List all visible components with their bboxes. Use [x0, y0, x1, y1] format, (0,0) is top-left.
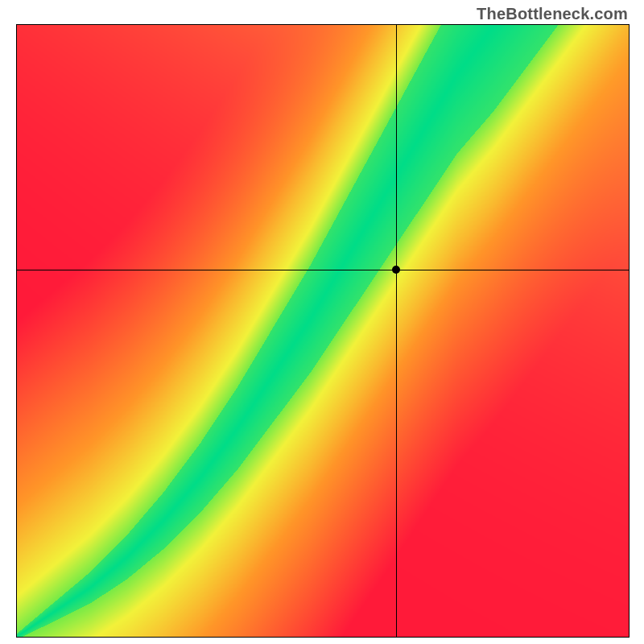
chart-container: TheBottleneck.com: [0, 0, 644, 644]
watermark-text: TheBottleneck.com: [477, 5, 628, 23]
crosshair-horizontal: [17, 270, 629, 270]
plot-area: [16, 24, 630, 638]
crosshair-vertical: [396, 25, 397, 637]
data-point-marker: [392, 266, 400, 274]
heatmap-canvas: [17, 25, 629, 637]
